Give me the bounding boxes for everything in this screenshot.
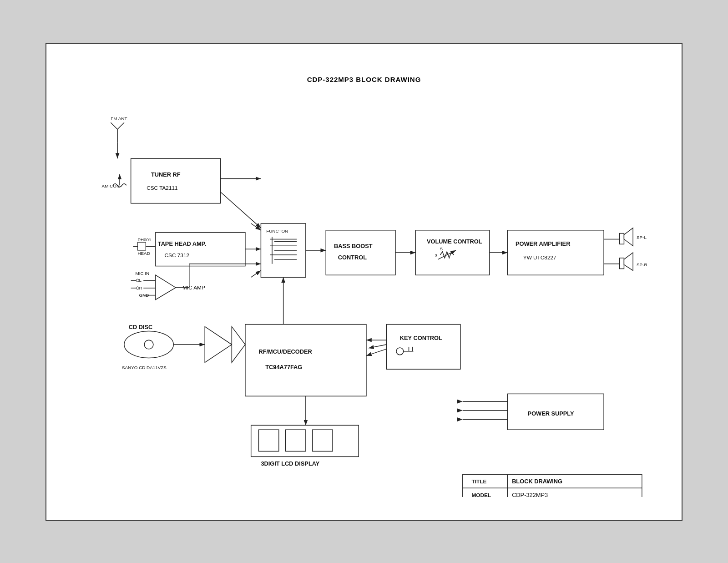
cd-disc-label1: CD DISC — [129, 323, 153, 330]
title-value: BLOCK DRAWING — [512, 478, 562, 485]
svg-rect-9 — [137, 242, 146, 250]
vc-number: 5 — [440, 246, 443, 251]
tuner-rf-label2: CSC TA2111 — [147, 185, 178, 191]
svg-rect-37 — [620, 233, 624, 244]
diagram-container: CDP-322MP3 BLOCK DRAWING text { font-fam… — [69, 71, 659, 497]
tape-head-amp-block — [156, 232, 245, 266]
cd-disc-label2: SANYO CD DA11VZS — [122, 365, 167, 370]
svg-point-16 — [136, 279, 139, 282]
svg-rect-55 — [313, 430, 333, 451]
bass-boost-label1: BASS BOOST — [334, 243, 373, 249]
power-amp-label2: YW UTC8227 — [523, 254, 556, 260]
function-label: FUNCTON — [266, 228, 288, 233]
bass-boost-block — [326, 230, 395, 275]
optical-pickup-symbol — [205, 326, 232, 362]
model-label: MODEL — [471, 492, 491, 497]
mic-l-label: L — [139, 278, 142, 283]
power-amp-label1: POWER AMPLIFIER — [516, 240, 570, 247]
model-value: CDP-322MP3 — [512, 492, 548, 497]
svg-line-48 — [366, 349, 386, 355]
mic-r-label: R — [139, 285, 142, 290]
diagram-title: CDP-322MP3 BLOCK DRAWING — [307, 76, 421, 83]
svg-rect-40 — [620, 258, 624, 269]
vc-number2: 3 — [435, 253, 438, 258]
svg-line-49 — [369, 345, 386, 348]
title-label: TITLE — [471, 478, 486, 485]
tuner-rf-label1: TUNER RF — [151, 171, 181, 178]
head-label: HEAD — [137, 250, 150, 255]
page: CDP-322MP3 BLOCK DRAWING text { font-fam… — [46, 43, 682, 521]
power-supply-label: POWER SUPPLY — [528, 410, 574, 416]
mic-amp-symbol — [156, 275, 176, 299]
spl-label: SP-L — [637, 235, 647, 240]
svg-rect-53 — [258, 430, 278, 451]
key-control-block — [386, 324, 460, 369]
tuner-rf-block — [131, 158, 221, 203]
lcd-display-label: 3DIGIT LCD DISPLAY — [261, 460, 319, 467]
svg-marker-52 — [232, 326, 245, 362]
volume-control-block — [415, 230, 490, 275]
svg-line-4 — [117, 122, 124, 129]
svg-line-3 — [111, 122, 117, 129]
power-amp-block — [507, 230, 604, 275]
mic-in-label: MIC IN — [136, 271, 150, 276]
svg-marker-38 — [624, 228, 633, 245]
svg-line-31 — [251, 270, 261, 277]
svg-line-8 — [221, 192, 261, 228]
fm-ant-label: FM ANT. — [111, 116, 128, 121]
volume-control-label: VOLUME CONTROL — [427, 238, 482, 245]
rf-mcu-decoder-block — [245, 324, 366, 396]
tape-head-amp-label2: CSC 7312 — [165, 252, 190, 258]
rf-mcu-label1: RF/MCU/DECODER — [258, 348, 312, 355]
rf-mcu-label2: TC94A77FAG — [265, 364, 302, 370]
svg-point-50 — [144, 340, 153, 349]
svg-point-17 — [136, 286, 139, 289]
key-control-label: KEY CONTROL — [400, 335, 442, 341]
svg-marker-41 — [624, 253, 633, 270]
ph001-label: PH001 — [137, 237, 151, 242]
bass-boost-label2: CONTROL — [338, 254, 367, 260]
spr-label: SP-R — [637, 262, 647, 267]
tape-head-amp-label1: TAPE HEAD AMP. — [158, 240, 206, 247]
svg-rect-54 — [286, 430, 306, 451]
block-diagram: text { font-family: Arial, sans-serif; f… — [69, 71, 659, 497]
